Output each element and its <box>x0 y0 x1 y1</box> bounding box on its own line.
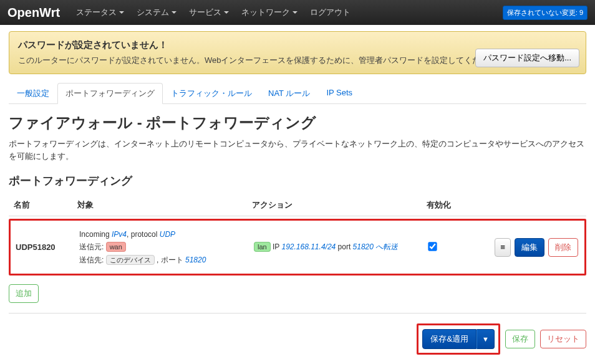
brand[interactable]: OpenWrt <box>7 6 60 20</box>
save-apply-dropdown[interactable]: ▼ <box>476 329 495 349</box>
rule-row: UDP51820 Incoming IPv4, protocol UDP 送信元… <box>9 219 586 275</box>
section-title: ポートフォワーディング <box>9 173 586 188</box>
tab-bar: 一般設定 ポートフォワーディング トラフィック・ルール NAT ルール IP S… <box>9 83 586 104</box>
rule-action: lan IP 192.168.11.4/24 port 51820 へ転送 <box>254 242 428 252</box>
page-description: ポートフォワーディングは、インターネット上のリモートコンピュータから、プライベー… <box>9 138 586 162</box>
device-badge: このデバイス <box>106 255 155 265</box>
save-apply-button[interactable]: 保存&適用 <box>422 329 476 349</box>
add-button[interactable]: 追加 <box>9 284 39 303</box>
tab-general[interactable]: 一般設定 <box>9 83 57 104</box>
header-match: 対象 <box>77 199 252 211</box>
nav-logout[interactable]: ログアウト <box>304 1 357 24</box>
chevron-down-icon <box>172 11 177 14</box>
tab-ip-sets[interactable]: IP Sets <box>318 83 360 104</box>
nav-system[interactable]: システム <box>130 1 183 24</box>
rule-from: 送信元: wan <box>79 241 254 253</box>
goto-password-button[interactable]: パスワード設定へ移動... <box>475 49 579 67</box>
page-title: ファイアウォール - ポートフォワーディング <box>9 113 586 133</box>
nav-status[interactable]: ステータス <box>70 1 130 24</box>
rule-action-port: 51820 <box>353 242 374 251</box>
edit-button[interactable]: 編集 <box>515 238 544 257</box>
password-alert: パスワードが設定されていません！ このルーターにパスワードが設定されていません。… <box>9 31 586 74</box>
unsaved-changes-badge[interactable]: 保存されていない変更: 9 <box>503 6 588 20</box>
header-buttons <box>467 199 584 211</box>
tab-port-forwarding[interactable]: ポートフォワーディング <box>57 83 163 104</box>
main-container: パスワードが設定されていません！ このルーターにパスワードが設定されていません。… <box>0 25 595 361</box>
nav-services[interactable]: サービス <box>183 1 235 24</box>
header-name: 名前 <box>11 199 77 211</box>
rule-ipv: IPv4 <box>112 230 127 239</box>
zone-wan-badge: wan <box>106 242 126 252</box>
reset-button[interactable]: リセット <box>540 330 586 348</box>
rule-to-port: 51820 <box>185 256 206 264</box>
rule-enable <box>428 242 468 252</box>
delete-button[interactable]: 削除 <box>548 238 578 257</box>
header-action: アクション <box>252 199 427 211</box>
header-enable: 有効化 <box>427 199 467 211</box>
footer-actions: 保存&適用 ▼ 保存 リセット <box>9 313 586 355</box>
nav-network[interactable]: ネットワーク <box>235 1 304 24</box>
table-header: 名前 対象 アクション 有効化 <box>9 194 586 216</box>
rule-to: 送信先: このデバイス , ポート 51820 <box>79 254 254 266</box>
rule-buttons: ≡ 編集 削除 <box>468 238 582 257</box>
rule-match: Incoming IPv4, protocol UDP 送信元: wan 送信先… <box>79 228 254 266</box>
add-row: 追加 <box>9 284 586 303</box>
chevron-down-icon <box>119 11 124 14</box>
rule-action-ip: 192.168.11.4/24 <box>281 242 336 251</box>
chevron-down-icon <box>293 11 298 14</box>
navbar-left: OpenWrt ステータス システム サービス ネットワーク ログアウト <box>7 1 357 24</box>
rule-name: UDP51820 <box>13 242 79 252</box>
enable-checkbox[interactable] <box>428 242 437 251</box>
rule-proto: UDP <box>160 230 175 239</box>
chevron-down-icon <box>224 11 229 14</box>
tab-nat-rules[interactable]: NAT ルール <box>260 83 318 104</box>
zone-lan-badge: lan <box>254 242 271 252</box>
tab-traffic-rules[interactable]: トラフィック・ルール <box>163 83 260 104</box>
navbar: OpenWrt ステータス システム サービス ネットワーク ログアウト 保存さ… <box>0 0 595 25</box>
rule-incoming: Incoming IPv4, protocol UDP <box>79 228 254 241</box>
save-button[interactable]: 保存 <box>505 330 535 348</box>
save-apply-group: 保存&適用 ▼ <box>417 323 500 355</box>
reorder-handle[interactable]: ≡ <box>495 238 511 257</box>
